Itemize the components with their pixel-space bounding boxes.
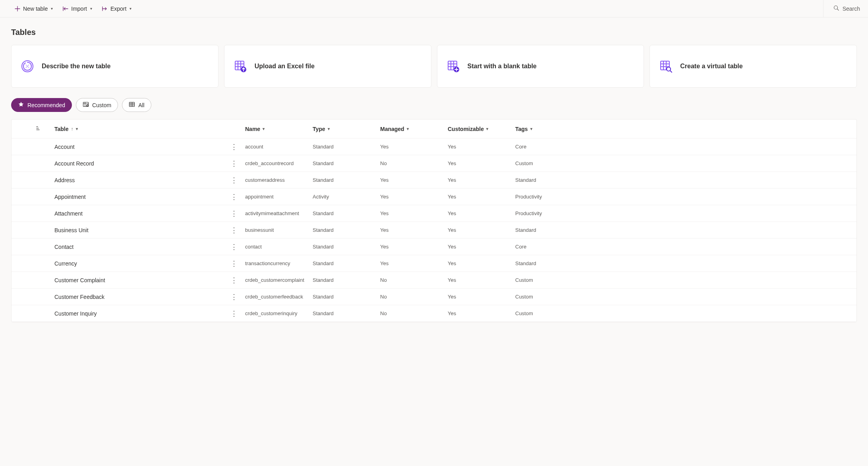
row-managed: No — [377, 294, 445, 300]
row-menu-button[interactable]: ⋮ — [226, 193, 242, 200]
export-label: Export — [110, 6, 126, 12]
page-title: Tables — [11, 28, 857, 37]
row-type: Standard — [309, 227, 377, 233]
row-table-name[interactable]: Currency — [51, 260, 226, 267]
row-table-name[interactable]: Attachment — [51, 210, 226, 217]
card-upload-excel[interactable]: Upload an Excel file — [224, 45, 431, 88]
column-customizable[interactable]: Customizable ▾ — [445, 126, 512, 132]
row-menu-button[interactable]: ⋮ — [226, 260, 242, 267]
row-customizable: Yes — [445, 244, 512, 250]
chevron-down-icon: ▾ — [76, 127, 78, 131]
row-tags: Standard — [512, 260, 856, 266]
row-menu-button[interactable]: ⋮ — [226, 210, 242, 217]
column-table[interactable]: Table ↑ ▾ — [51, 126, 226, 132]
row-table-name[interactable]: Contact — [51, 244, 226, 250]
card-blank-table[interactable]: Start with a blank table — [437, 45, 644, 88]
new-table-button[interactable]: New table ▾ — [11, 3, 56, 14]
row-customizable: Yes — [445, 294, 512, 300]
row-customizable: Yes — [445, 194, 512, 200]
row-customizable: Yes — [445, 277, 512, 283]
search-icon — [833, 5, 839, 12]
filter-recommended[interactable]: Recommended — [11, 98, 72, 112]
row-menu-button[interactable]: ⋮ — [226, 243, 242, 250]
search-label: Search — [843, 6, 860, 12]
row-table-name[interactable]: Appointment — [51, 194, 226, 200]
filter-label: Custom — [92, 102, 111, 108]
column-managed[interactable]: Managed ▾ — [377, 126, 445, 132]
row-tags: Custom — [512, 277, 856, 283]
table-row[interactable]: Address ⋮ customeraddress Standard Yes Y… — [12, 172, 856, 189]
row-table-name[interactable]: Address — [51, 177, 226, 183]
table-row[interactable]: Currency ⋮ transactioncurrency Standard … — [12, 255, 856, 272]
row-customizable: Yes — [445, 260, 512, 266]
chevron-down-icon: ▾ — [90, 6, 92, 11]
row-table-name[interactable]: Account Record — [51, 160, 226, 167]
table-row[interactable]: Account Record ⋮ crdeb_accountrecord Sta… — [12, 155, 856, 172]
row-menu-button[interactable]: ⋮ — [226, 143, 242, 150]
row-tags: Core — [512, 144, 856, 150]
filter-all[interactable]: All — [122, 98, 151, 112]
row-menu-button[interactable]: ⋮ — [226, 310, 242, 317]
table-upload-icon — [233, 59, 247, 73]
table-row[interactable]: Contact ⋮ contact Standard Yes Yes Core — [12, 239, 856, 255]
tables-grid: Table ↑ ▾ Name ▾ Type ▾ Managed ▾ Custom… — [11, 119, 857, 322]
table-row[interactable]: Customer Complaint ⋮ crdeb_customercompl… — [12, 272, 856, 289]
chevron-down-icon: ▾ — [328, 127, 330, 131]
row-name: crdeb_accountrecord — [242, 160, 309, 166]
row-tags: Standard — [512, 177, 856, 183]
column-tags[interactable]: Tags ▾ — [512, 126, 856, 132]
import-label: Import — [71, 6, 87, 12]
row-tags: Core — [512, 244, 856, 250]
row-type: Standard — [309, 144, 377, 150]
row-managed: Yes — [377, 210, 445, 216]
row-name: crdeb_customercomplaint — [242, 277, 309, 283]
row-menu-button[interactable]: ⋮ — [226, 227, 242, 234]
row-tags: Custom — [512, 160, 856, 166]
table-row[interactable]: Account ⋮ account Standard Yes Yes Core — [12, 139, 856, 155]
column-type[interactable]: Type ▾ — [309, 126, 377, 132]
row-menu-button[interactable]: ⋮ — [226, 277, 242, 284]
import-button[interactable]: Import ▾ — [59, 3, 95, 14]
cards-row: Describe the new table Upload an Excel f… — [11, 45, 857, 88]
table-row[interactable]: Customer Inquiry ⋮ crdeb_customerinquiry… — [12, 305, 856, 322]
row-customizable: Yes — [445, 177, 512, 183]
row-menu-button[interactable]: ⋮ — [226, 293, 242, 300]
export-button[interactable]: Export ▾ — [99, 3, 135, 14]
chevron-down-icon: ▾ — [51, 6, 53, 11]
table-row[interactable]: Customer Feedback ⋮ crdeb_customerfeedba… — [12, 289, 856, 305]
row-customizable: Yes — [445, 227, 512, 233]
table-icon — [129, 101, 135, 109]
row-menu-button[interactable]: ⋮ — [226, 160, 242, 167]
table-row[interactable]: Business Unit ⋮ businessunit Standard Ye… — [12, 222, 856, 239]
row-customizable: Yes — [445, 210, 512, 216]
search-button[interactable]: Search — [830, 3, 863, 14]
card-virtual-table[interactable]: Create a virtual table — [650, 45, 857, 88]
row-menu-button[interactable]: ⋮ — [226, 177, 242, 184]
row-type: Standard — [309, 177, 377, 183]
row-customizable: Yes — [445, 310, 512, 316]
filter-custom[interactable]: Custom — [76, 98, 118, 112]
row-managed: Yes — [377, 244, 445, 250]
card-describe-table[interactable]: Describe the new table — [11, 45, 218, 88]
row-name: customeraddress — [242, 177, 309, 183]
row-managed: Yes — [377, 177, 445, 183]
row-table-name[interactable]: Customer Complaint — [51, 277, 226, 283]
table-row[interactable]: Attachment ⋮ activitymimeattachment Stan… — [12, 205, 856, 222]
row-type: Standard — [309, 160, 377, 166]
table-row[interactable]: Appointment ⋮ appointment Activity Yes Y… — [12, 189, 856, 205]
row-table-name[interactable]: Customer Feedback — [51, 294, 226, 300]
command-bar: New table ▾ Import ▾ Export ▾ Search — [0, 0, 868, 17]
row-table-name[interactable]: Account — [51, 144, 226, 150]
row-table-name[interactable]: Customer Inquiry — [51, 310, 226, 317]
column-name[interactable]: Name ▾ — [242, 126, 309, 132]
column-sort-indicator[interactable] — [12, 125, 51, 133]
row-managed: Yes — [377, 144, 445, 150]
row-name: account — [242, 144, 309, 150]
row-type: Standard — [309, 310, 377, 316]
star-icon — [18, 101, 24, 109]
row-table-name[interactable]: Business Unit — [51, 227, 226, 233]
table-search-icon — [659, 59, 673, 73]
svg-rect-9 — [130, 102, 135, 107]
row-tags: Standard — [512, 227, 856, 233]
row-type: Standard — [309, 294, 377, 300]
